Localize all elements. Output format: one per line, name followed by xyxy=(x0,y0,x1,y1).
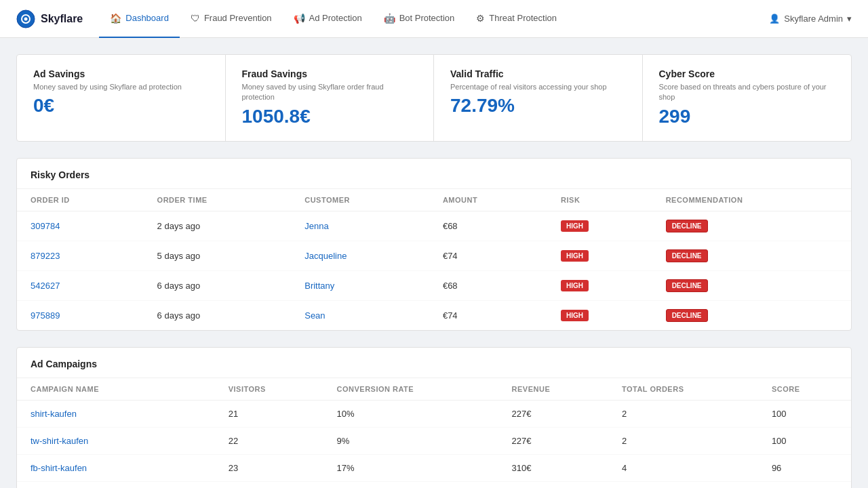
ad-campaigns-tbody: shirt-kaufen 21 10% 227€ 2 100 tw-shirt-… xyxy=(17,400,851,488)
col-order-id: ORDER ID xyxy=(17,189,144,211)
customer-link[interactable]: Sean xyxy=(304,310,325,321)
stat-fraud-savings-value: 1050.8€ xyxy=(242,106,418,127)
stat-ad-savings: Ad Savings Money saved by using Skyflare… xyxy=(17,55,226,141)
customer-link[interactable]: Jacqueline xyxy=(304,251,347,261)
table-row: 879223 5 days ago Jacqueline €74 HIGH DE… xyxy=(17,241,851,270)
risky-orders-tbody: 309784 2 days ago Jenna €68 HIGH DECLINE… xyxy=(17,211,851,330)
campaign-name-link[interactable]: fb-shirt-kaufen xyxy=(31,463,87,473)
table-row: tw-shirt-kaufen 22 9% 227€ 2 100 xyxy=(17,427,851,454)
score-cell: 96 xyxy=(758,481,851,488)
recommendation-badge: DECLINE xyxy=(666,249,708,262)
recommendation-badge: DECLINE xyxy=(666,279,708,292)
risk-badge: HIGH xyxy=(561,310,589,321)
nav-item-fraud-prevention[interactable]: 🛡 Fraud Prevention xyxy=(180,0,283,38)
recommendation-badge: DECLINE xyxy=(666,220,708,232)
nav-item-threat-protection[interactable]: ⚙ Threat Protection xyxy=(465,0,568,38)
navbar: Skyflare 🏠 Dashboard 🛡 Fraud Prevention … xyxy=(0,0,868,38)
risk-cell: HIGH xyxy=(547,241,652,270)
nav-items: 🏠 Dashboard 🛡 Fraud Prevention 📢 Ad Prot… xyxy=(99,0,764,38)
nav-item-bot-protection[interactable]: 🤖 Bot Protection xyxy=(373,0,466,38)
col-recommendation: RECOMMENDATION xyxy=(652,189,851,211)
svg-point-2 xyxy=(24,17,28,20)
nav-item-dashboard-label: Dashboard xyxy=(125,13,169,23)
col-risk: RISK xyxy=(547,189,652,211)
order-id-cell[interactable]: 542627 xyxy=(17,270,144,300)
stat-valid-traffic: Valid Traffic Percentage of real visitor… xyxy=(434,55,643,141)
risky-orders-section: Risky Orders ORDER ID ORDER TIME CUSTOME… xyxy=(16,158,852,331)
customer-cell[interactable]: Sean xyxy=(291,300,429,330)
order-time-cell: 5 days ago xyxy=(144,241,292,270)
amount-cell: €68 xyxy=(429,270,547,300)
ad-campaigns-table: CAMPAIGN NAME VISITORS CONVERSION RATE R… xyxy=(17,378,851,488)
col-total-orders: TOTAL ORDERS xyxy=(608,378,758,401)
chevron-down-icon: ▾ xyxy=(847,14,852,24)
visitors-cell: 28 xyxy=(215,481,323,488)
nav-item-dashboard[interactable]: 🏠 Dashboard xyxy=(99,0,180,38)
stat-ad-savings-desc: Money saved by using Skyflare ad protect… xyxy=(33,82,209,92)
stat-valid-traffic-value: 72.79% xyxy=(450,95,626,117)
recommendation-cell: DECLINE xyxy=(652,211,851,241)
recommendation-cell: DECLINE xyxy=(652,270,851,300)
order-time-cell: 6 days ago xyxy=(144,270,292,300)
campaign-name-cell[interactable]: tw-shirt-kaufen xyxy=(17,427,215,454)
risk-cell: HIGH xyxy=(547,211,652,241)
order-id-link[interactable]: 975889 xyxy=(31,310,60,321)
order-id-link[interactable]: 879223 xyxy=(31,251,60,261)
bot-icon: 🤖 xyxy=(384,13,395,24)
brand: Skyflare xyxy=(16,9,83,28)
campaign-name-cell[interactable]: kleidung-kaufen-frauen xyxy=(17,481,215,488)
risk-badge: HIGH xyxy=(561,250,589,262)
conversion-cell: 9% xyxy=(323,427,498,454)
ad-campaigns-section: Ad Campaigns CAMPAIGN NAME VISITORS CONV… xyxy=(16,347,852,488)
revenue-cell: 310€ xyxy=(498,454,608,481)
amount-cell: €74 xyxy=(429,300,547,330)
revenue-cell: 311€ xyxy=(498,481,608,488)
order-id-cell[interactable]: 879223 xyxy=(17,241,144,270)
order-id-cell[interactable]: 309784 xyxy=(17,211,144,241)
orders-cell: 3 xyxy=(608,481,758,488)
nav-item-fraud-label: Fraud Prevention xyxy=(204,13,272,23)
user-icon: 👤 xyxy=(769,14,780,24)
campaign-name-cell[interactable]: shirt-kaufen xyxy=(17,400,215,427)
campaign-name-link[interactable]: shirt-kaufen xyxy=(31,409,77,419)
order-id-link[interactable]: 309784 xyxy=(31,221,60,231)
amount-cell: €74 xyxy=(429,241,547,270)
col-customer: CUSTOMER xyxy=(291,189,429,211)
score-cell: 100 xyxy=(758,427,851,454)
campaign-name-link[interactable]: tw-shirt-kaufen xyxy=(31,436,88,446)
customer-cell[interactable]: Jacqueline xyxy=(291,241,429,270)
risk-cell: HIGH xyxy=(547,300,652,330)
risk-badge: HIGH xyxy=(561,220,589,232)
risky-orders-title: Risky Orders xyxy=(17,159,851,189)
stat-ad-savings-title: Ad Savings xyxy=(33,68,209,79)
col-amount: AMOUNT xyxy=(429,189,547,211)
visitors-cell: 21 xyxy=(215,400,323,427)
main-content: Ad Savings Money saved by using Skyflare… xyxy=(0,38,868,488)
megaphone-icon: 📢 xyxy=(294,13,305,24)
ad-campaigns-title: Ad Campaigns xyxy=(17,348,851,378)
customer-link[interactable]: Jenna xyxy=(304,221,328,231)
table-row: shirt-kaufen 21 10% 227€ 2 100 xyxy=(17,400,851,427)
customer-link[interactable]: Brittany xyxy=(304,281,334,291)
shield-icon: 🛡 xyxy=(191,13,200,24)
campaign-name-cell[interactable]: fb-shirt-kaufen xyxy=(17,454,215,481)
col-conversion-rate: CONVERSION RATE xyxy=(323,378,498,401)
stat-cyber-score-desc: Score based on threats and cybers postur… xyxy=(659,82,835,103)
nav-item-ad-protection[interactable]: 📢 Ad Protection xyxy=(283,0,373,38)
table-row: kleidung-kaufen-frauen 28 11% 311€ 3 96 xyxy=(17,481,851,488)
orders-cell: 2 xyxy=(608,427,758,454)
brand-logo-icon xyxy=(16,9,35,28)
customer-cell[interactable]: Brittany xyxy=(291,270,429,300)
stat-fraud-savings-desc: Money saved by using Skyflare order frau… xyxy=(242,82,418,103)
stat-valid-traffic-title: Valid Traffic xyxy=(450,68,626,79)
col-score: SCORE xyxy=(758,378,851,401)
customer-cell[interactable]: Jenna xyxy=(291,211,429,241)
user-menu[interactable]: 👤 Skyflare Admin ▾ xyxy=(769,14,852,24)
recommendation-cell: DECLINE xyxy=(652,241,851,270)
visitors-cell: 22 xyxy=(215,427,323,454)
order-id-cell[interactable]: 975889 xyxy=(17,300,144,330)
revenue-cell: 227€ xyxy=(498,400,608,427)
order-id-link[interactable]: 542627 xyxy=(31,281,60,291)
conversion-cell: 17% xyxy=(323,454,498,481)
table-row: 542627 6 days ago Brittany €68 HIGH DECL… xyxy=(17,270,851,300)
